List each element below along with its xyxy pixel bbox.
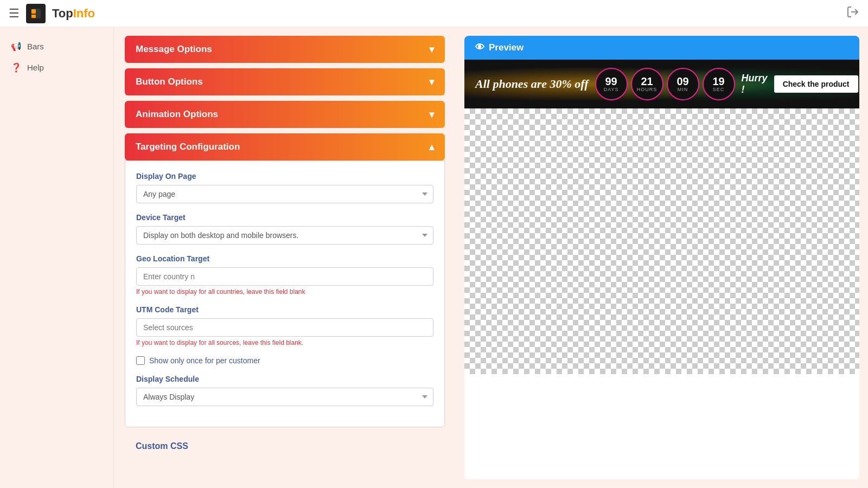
animation-options-label: Animation Options — [136, 109, 218, 120]
cta-button[interactable]: Check the product — [774, 75, 858, 93]
device-target-group: Device Target Display on both desktop an… — [136, 213, 433, 245]
utm-code-hint: If you want to display for all sources, … — [136, 339, 433, 346]
device-target-label: Device Target — [136, 213, 433, 222]
display-schedule-group: Display Schedule Always Display Schedule — [136, 375, 433, 406]
display-on-page-group: Display On Page Any page Home page Produ… — [136, 172, 433, 203]
app-logo-text: TopInfo — [52, 7, 95, 21]
countdown-days: 99 DAYS — [595, 68, 628, 100]
targeting-accordion[interactable]: Targeting Configuration ▴ — [125, 133, 445, 160]
logo-info: Info — [73, 7, 95, 20]
utm-code-label: UTM Code Target — [136, 305, 433, 314]
countdown-min: 09 MIN — [667, 68, 699, 100]
preview-content: All phones are 30% off 99 DAYS 21 HOURS — [464, 60, 859, 374]
eye-icon: 👁 — [475, 42, 484, 53]
targeting-chevron: ▴ — [429, 141, 434, 153]
targeting-panel: Display On Page Any page Home page Produ… — [125, 160, 445, 427]
help-icon: ❓ — [11, 62, 22, 73]
animation-options-chevron: ▾ — [429, 108, 434, 120]
geo-location-hint: If you want to display for all countries… — [136, 288, 433, 296]
countdown-sec-lbl: SEC — [713, 87, 725, 92]
message-options-label: Message Options — [136, 44, 212, 55]
main-layout: 📢 Bars ❓ Help Message Options ▾ Button O… — [0, 27, 868, 488]
right-panel: 👁 Preview All phones are 30% off 99 DAYS — [456, 27, 868, 488]
svg-rect-2 — [31, 15, 36, 18]
button-options-accordion[interactable]: Button Options ▾ — [125, 68, 445, 95]
display-schedule-select[interactable]: Always Display Schedule — [136, 388, 433, 406]
countdown-hours-lbl: HOURS — [637, 87, 658, 92]
custom-css-link[interactable]: Custom CSS — [125, 433, 445, 460]
preview-header: 👁 Preview — [464, 36, 859, 60]
message-options-chevron: ▾ — [429, 43, 434, 55]
banner: All phones are 30% off 99 DAYS 21 HOURS — [464, 60, 859, 108]
display-on-page-label: Display On Page — [136, 172, 433, 181]
svg-rect-1 — [31, 9, 36, 14]
button-options-chevron: ▾ — [429, 76, 434, 88]
sidebar: 📢 Bars ❓ Help — [0, 27, 114, 488]
sidebar-item-bars[interactable]: 📢 Bars — [0, 36, 113, 57]
bars-icon: 📢 — [11, 41, 22, 52]
app-header: ☰ TopInfo — [0, 0, 868, 27]
targeting-label: Targeting Configuration — [136, 142, 240, 152]
countdown-sec: 19 SEC — [703, 68, 735, 100]
show-once-label: Show only once for per customer — [149, 356, 260, 365]
hamburger-icon[interactable]: ☰ — [9, 7, 20, 21]
banner-text: All phones are 30% off — [475, 77, 589, 91]
animation-options-accordion[interactable]: Animation Options ▾ — [125, 101, 445, 128]
geo-location-input[interactable] — [136, 267, 433, 286]
left-panel: Message Options ▾ Button Options ▾ Anima… — [114, 27, 456, 488]
display-on-page-select[interactable]: Any page Home page Product page Cart pag… — [136, 185, 433, 203]
countdown-min-lbl: MIN — [678, 87, 688, 92]
preview-label: Preview — [489, 42, 524, 53]
countdown-hours: 21 HOURS — [631, 68, 663, 100]
countdown-min-num: 09 — [676, 76, 688, 87]
main-content: Message Options ▾ Button Options ▾ Anima… — [114, 27, 868, 488]
sidebar-label-bars: Bars — [27, 42, 44, 51]
message-options-accordion[interactable]: Message Options ▾ — [125, 36, 445, 63]
utm-code-group: UTM Code Target If you want to display f… — [136, 305, 433, 346]
show-once-row: Show only once for per customer — [136, 356, 433, 365]
countdown-days-lbl: DAYS — [604, 87, 619, 92]
sidebar-item-help[interactable]: ❓ Help — [0, 57, 113, 78]
header-left: ☰ TopInfo — [9, 4, 95, 23]
geo-location-label: Geo Location Target — [136, 254, 433, 263]
device-target-select[interactable]: Display on both desktop and mobile brows… — [136, 226, 433, 245]
show-once-checkbox[interactable] — [136, 356, 145, 365]
countdown-days-num: 99 — [605, 76, 617, 87]
logo-icon — [26, 4, 46, 23]
checkerboard-bg — [464, 108, 859, 374]
countdown: 99 DAYS 21 HOURS 09 MIN — [595, 68, 735, 100]
geo-location-group: Geo Location Target If you want to displ… — [136, 254, 433, 296]
preview-container: 👁 Preview All phones are 30% off 99 DAYS — [464, 36, 859, 479]
utm-code-input[interactable] — [136, 318, 433, 337]
countdown-hours-num: 21 — [641, 76, 653, 87]
display-schedule-label: Display Schedule — [136, 375, 433, 383]
countdown-sec-num: 19 — [712, 76, 724, 87]
logo-top: Top — [52, 7, 73, 20]
hurry-text: Hurry ! — [742, 73, 768, 95]
exit-icon[interactable] — [846, 5, 859, 21]
button-options-label: Button Options — [136, 76, 203, 87]
sidebar-label-help: Help — [27, 63, 44, 72]
